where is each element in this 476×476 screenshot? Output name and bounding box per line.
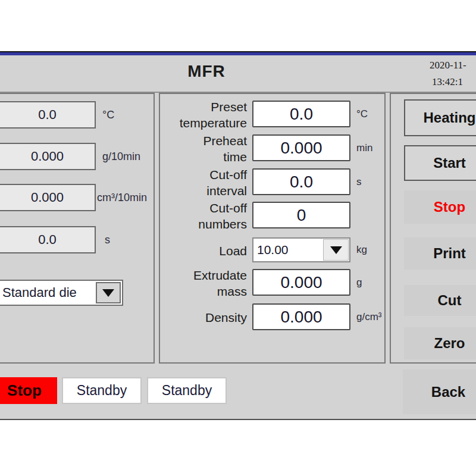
cut-button[interactable]: Cut (404, 285, 476, 316)
run-state-badge: Stop (0, 377, 57, 404)
mvr-value-field: 0.000 (0, 184, 96, 211)
date-label: 2020-11- (430, 60, 466, 71)
status-badge-2: Standby (147, 377, 227, 404)
cutoff-interval-label: Cut-off interval (160, 167, 247, 199)
chevron-down-icon (330, 246, 342, 254)
zero-button[interactable]: Zero (404, 327, 476, 359)
die-select-value: Standard die (2, 281, 77, 305)
back-button[interactable]: Back (403, 369, 476, 414)
measured-values-panel: 0.0 °C 0.000 g/10min 0.000 cm³/10min 0.0… (0, 93, 155, 364)
heating-button[interactable]: Heating (404, 99, 476, 136)
extrudate-mass-label: Extrudate mass (160, 267, 247, 299)
unit-label: s (105, 226, 110, 253)
unit-label: cm³/10min (97, 184, 147, 211)
die-select-dropdown-button[interactable] (96, 282, 121, 303)
density-field[interactable]: 0.000 (252, 303, 350, 330)
unit-label: min (356, 134, 372, 161)
unit-label: s (356, 168, 362, 195)
unit-label: g/10min (102, 143, 140, 170)
page-title: MFR (147, 62, 266, 81)
mfr-tester-screen: MFR 2020-11- 13:42:1 0.0 °C 0.000 g/10mi… (0, 0, 476, 476)
stop-button[interactable]: Stop (404, 190, 476, 224)
parameters-panel: Preset temperature 0.0 °C Preheat time 0… (159, 93, 386, 364)
start-button[interactable]: Start (404, 145, 476, 181)
time-label: 13:42:1 (432, 76, 463, 88)
timer-field: 0.0 (0, 226, 96, 253)
window-bottom-edge (0, 419, 476, 420)
preset-temperature-label: Preset temperature (160, 99, 247, 131)
unit-label: kg (356, 237, 367, 262)
preheat-time-field[interactable]: 0.000 (252, 134, 350, 161)
die-select[interactable]: Standard die (0, 280, 123, 306)
load-select-value: 10.00 (257, 239, 289, 261)
cutoff-interval-field[interactable]: 0.0 (252, 168, 350, 195)
unit-label: °C (102, 101, 114, 129)
load-label: Load (160, 243, 247, 259)
print-button[interactable]: Print (404, 237, 476, 270)
preheat-time-label: Preheat time (160, 133, 247, 165)
cutoff-numbers-label: Cut-off numbers (160, 200, 247, 232)
preset-temperature-field[interactable]: 0.0 (252, 101, 350, 127)
load-select[interactable]: 10.00 (252, 237, 350, 262)
extrudate-mass-field[interactable]: 0.000 (252, 269, 350, 296)
chevron-down-icon (102, 289, 114, 297)
mfr-value-field: 0.000 (0, 143, 96, 170)
status-badge-1: Standby (62, 377, 142, 404)
cutoff-numbers-field[interactable]: 0 (252, 202, 350, 228)
unit-label: g (356, 269, 362, 296)
density-label: Density (160, 309, 247, 325)
actual-temperature-field: 0.0 (0, 101, 96, 129)
unit-label: °C (356, 101, 368, 127)
unit-label: g/cm³ (356, 303, 382, 330)
actions-panel: Heating Start Stop Print Cut Zero (390, 93, 476, 364)
load-select-dropdown-button[interactable] (323, 239, 349, 261)
